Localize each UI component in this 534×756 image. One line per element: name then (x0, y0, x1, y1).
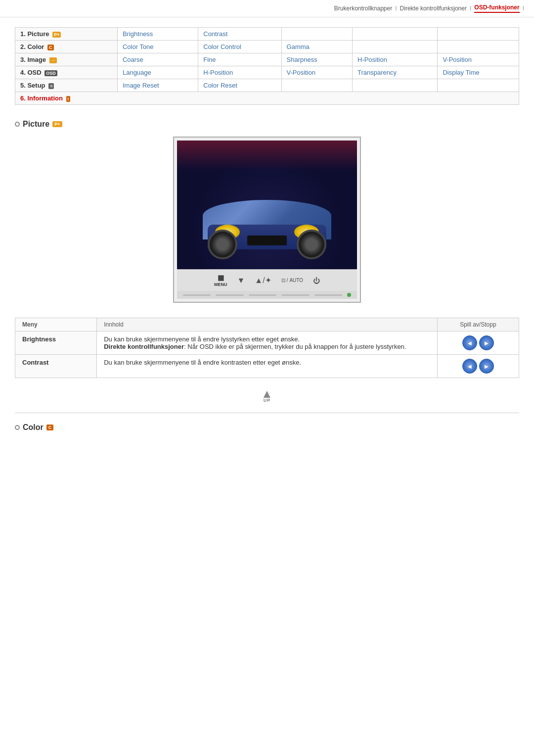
nav-contrast[interactable]: Contrast (198, 28, 281, 41)
header-meny: Meny (15, 318, 97, 331)
nav-empty5 (438, 41, 519, 53)
top-navigation: Brukerkontrollknapper I Direkte kontroll… (0, 0, 534, 17)
nav-label-setup[interactable]: 5. Setup ≡ (15, 79, 118, 92)
nav-sep3: I (523, 5, 524, 12)
play-btn-next[interactable]: ▶ (479, 335, 494, 350)
brightness-text1: Du kan bruke skjermmenyene til å endre l… (104, 335, 300, 343)
menu-label: MENU (214, 282, 227, 287)
nav-colorcontrol[interactable]: Color Control (198, 41, 281, 53)
picture-circle-icon (15, 122, 20, 127)
info-table: Meny Innhold Spill av/Stopp Brightness D… (15, 318, 519, 378)
content-brightness: Du kan bruke skjermmenyene til å endre l… (97, 331, 438, 355)
brightness-text2: : Når OSD ikke er på skjermen, trykker d… (184, 343, 406, 350)
nav-hposition[interactable]: H-Position (352, 53, 437, 66)
color-title: Color (23, 423, 44, 432)
monitor-screen (177, 141, 357, 269)
power-led (347, 293, 351, 297)
table-row: 2. Color C Color Tone Color Control Gamm… (15, 41, 519, 53)
nav-empty4 (352, 41, 437, 53)
play-btn-prev[interactable]: ◀ (462, 335, 477, 350)
main-content: 1. Picture P+ Brightness Contrast 2. Col… (0, 17, 534, 450)
nav-empty7 (352, 79, 437, 92)
content-contrast: Du kan bruke skjermmenyene til å endre k… (97, 355, 438, 378)
nav-osd[interactable]: OSD-funksjoner (474, 4, 519, 13)
nav-sep2: I (470, 5, 471, 12)
nav-label-color[interactable]: 2. Color C (15, 41, 118, 53)
monitor-bottom (177, 291, 357, 299)
nav-brightness[interactable]: Brightness (117, 28, 198, 41)
info-table-header-row: Meny Innhold Spill av/Stopp (15, 318, 519, 331)
action-contrast: ◀ ▶ (437, 355, 519, 378)
auto-button[interactable]: ⊡ / AUTO (281, 278, 303, 283)
nav-colortone[interactable]: Color Tone (117, 41, 198, 53)
table-row: 5. Setup ≡ Image Reset Color Reset (15, 79, 519, 92)
ctrl-bar-3 (249, 294, 276, 296)
car-wheel-left (208, 230, 237, 259)
ctrl-bar-1 (183, 294, 211, 296)
power-button[interactable]: ⏻ (313, 277, 320, 284)
nav-vposition[interactable]: V-Position (438, 53, 519, 66)
nav-direkte[interactable]: Direkte kontrollfunksjoner (400, 5, 467, 12)
nav-empty8 (438, 79, 519, 92)
nav-displaytime[interactable]: Display Time (438, 66, 519, 79)
ctrl-bar-4 (281, 294, 309, 296)
info-row-brightness: Brightness Du kan bruke skjermmenyene ti… (15, 331, 519, 355)
nav-coarse[interactable]: Coarse (117, 53, 198, 66)
nav-fine[interactable]: Fine (198, 53, 281, 66)
ctrl-bar-2 (216, 294, 243, 296)
brightness-bold: Direkte kontrollfunksjoner (104, 343, 184, 350)
nav-imagereset[interactable]: Image Reset (117, 79, 198, 92)
up-arrow[interactable]: ▲ UP (261, 388, 273, 403)
nav-label-osd[interactable]: 4. OSD OSD (15, 66, 118, 79)
nav-hposition2[interactable]: H-Position (198, 66, 281, 79)
up-brightness-button[interactable]: ▲/✦ (255, 276, 271, 285)
action-brightness: ◀ ▶ (437, 331, 519, 355)
nav-vposition2[interactable]: V-Position (281, 66, 352, 79)
nav-gamma[interactable]: Gamma (281, 41, 352, 53)
monitor-frame: ▦ MENU ▼ ▲/✦ ⊡ / AUTO ⏻ (173, 137, 361, 303)
picture-badge: P+ (52, 32, 61, 38)
play-btn-prev2[interactable]: ◀ (462, 359, 477, 374)
table-row: 1. Picture P+ Brightness Contrast (15, 28, 519, 41)
section-divider (15, 413, 519, 413)
color-section-badge: C (46, 425, 54, 430)
color-section: Color C (15, 423, 519, 432)
auto-text: AUTO (289, 278, 303, 283)
picture-section-badge: P+ (52, 121, 62, 127)
nav-label-picture[interactable]: 1. Picture P+ (15, 28, 118, 41)
ctrl-bar-5 (314, 294, 342, 296)
nav-language[interactable]: Language (117, 66, 198, 79)
nav-colorreset[interactable]: Color Reset (198, 79, 281, 92)
color-circle-icon (15, 425, 20, 430)
info-badge: i (66, 96, 71, 102)
nav-transparency[interactable]: Transparency (352, 66, 437, 79)
nav-empty2 (352, 28, 437, 41)
monitor-container: ▦ MENU ▼ ▲/✦ ⊡ / AUTO ⏻ (15, 137, 519, 303)
nav-brukerkontroll[interactable]: Brukerkontrollknapper (334, 5, 392, 12)
menu-button[interactable]: ▦ MENU (214, 274, 227, 287)
play-buttons-brightness: ◀ ▶ (445, 335, 512, 350)
table-row: 4. OSD OSD Language H-Position V-Positio… (15, 66, 519, 79)
nav-label-information[interactable]: 6. Information i (15, 92, 519, 105)
play-btn-next2[interactable]: ▶ (479, 359, 494, 374)
up-text: UP (264, 398, 271, 403)
menu-brightness: Brightness (15, 331, 97, 355)
setup-badge: ≡ (48, 83, 54, 89)
play-buttons-contrast: ◀ ▶ (445, 359, 512, 374)
nav-empty6 (281, 79, 352, 92)
bg-lights (177, 141, 357, 170)
down-button[interactable]: ▼ (237, 276, 245, 285)
auto-label: / (287, 278, 288, 283)
osd-badge: OSD (44, 70, 57, 76)
menu-icon: ▦ (218, 274, 224, 282)
info-row-contrast: Contrast Du kan bruke skjermmenyene til … (15, 355, 519, 378)
nav-empty1 (281, 28, 352, 41)
car-body (193, 180, 341, 259)
picture-section-heading: Picture P+ (15, 120, 519, 129)
table-row: 3. Image → Coarse Fine Sharpness H-Posit… (15, 53, 519, 66)
contrast-text1: Du kan bruke skjermmenyene til å endre k… (104, 359, 301, 366)
nav-table: 1. Picture P+ Brightness Contrast 2. Col… (15, 27, 519, 105)
nav-label-image[interactable]: 3. Image → (15, 53, 118, 66)
up-arrow-container: ▲ UP (15, 388, 519, 403)
nav-sharpness[interactable]: Sharpness (281, 53, 352, 66)
